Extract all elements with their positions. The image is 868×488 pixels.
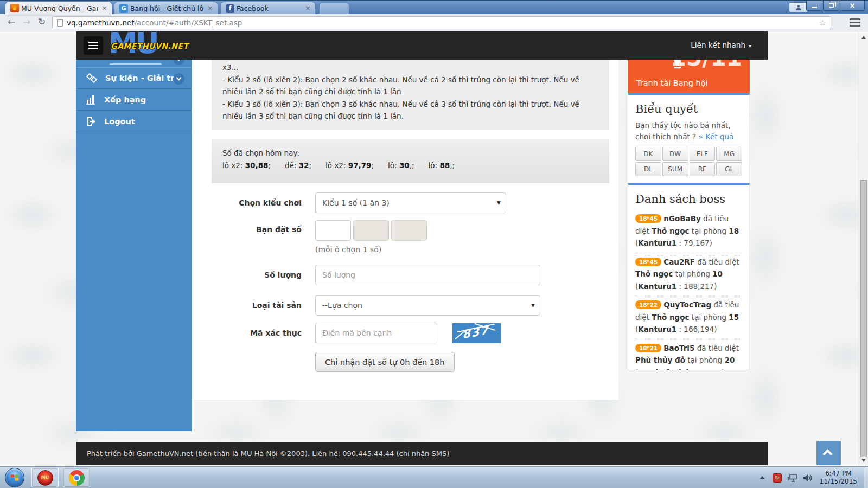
- mu-crown-favicon-icon: ♛: [10, 4, 19, 12]
- rules-line: - Kiểu 2 số (lô xiên 2): Bạn chọn 2 số k…: [222, 74, 598, 98]
- tray-updater-icon[interactable]: ↻: [773, 473, 782, 483]
- windows-flag-icon: [9, 472, 20, 483]
- chosen-title: Số đã chọn hôm nay:: [222, 149, 598, 157]
- submit-button[interactable]: Chỉ nhận đặt số tự 0h đến 18h: [315, 352, 455, 372]
- tab-title: Bang hội - Giết chủ lô 15 -: [130, 4, 204, 12]
- boss-list-item: 18ʰ45 Cau2RF đã tiêu diệt Thỏ ngọc tại p…: [635, 253, 742, 296]
- scrollbar-thumb[interactable]: [860, 180, 867, 457]
- show-desktop-button[interactable]: [864, 467, 868, 488]
- taskbar-chrome-button[interactable]: [63, 468, 90, 487]
- logout-icon: [86, 116, 97, 127]
- close-button[interactable]: ×: [840, 1, 865, 11]
- tab-bang-hoi[interactable]: G Bang hội - Giết chủ lô 15 - ×: [114, 2, 218, 15]
- forward-icon[interactable]: →: [20, 16, 34, 27]
- tab-close-icon[interactable]: ×: [304, 4, 312, 12]
- numbers-label: Bạn đặt số: [192, 220, 315, 234]
- boss-time-badge: 18ʰ22: [635, 300, 661, 309]
- chrome-menu-icon[interactable]: [850, 18, 860, 27]
- poll-widget: Biểu quyết Bạn thấy tộc nào bá nhất, chơ…: [628, 93, 750, 183]
- taskbar-mu-app-button[interactable]: MU: [31, 468, 59, 487]
- browser-titlebar: ♛ MU Vương Quyền - Game × G Bang hội - G…: [0, 0, 868, 14]
- poll-option-button[interactable]: SUM: [662, 162, 688, 176]
- poll-result-link[interactable]: » Kết quả: [699, 132, 734, 141]
- numbers-hint: (mỗi ô chọn 1 số): [315, 245, 429, 254]
- site-footer: Phát triển bởi GamethuVN.net (tiền thân …: [76, 442, 768, 465]
- mu-game-icon: MU: [37, 470, 53, 486]
- number-input-3-disabled: [391, 220, 427, 241]
- chevron-down-badge[interactable]: [173, 73, 184, 85]
- boss-list: 18ʰ45 nGoBaBy đã tiêu diệt Thỏ ngọc tại …: [635, 210, 742, 370]
- restore-button[interactable]: [823, 1, 839, 11]
- tab-close-icon[interactable]: ×: [100, 4, 108, 12]
- poll-option-button[interactable]: DW: [662, 147, 688, 161]
- poll-option-button[interactable]: DL: [635, 162, 661, 176]
- sidebar-item-logout[interactable]: Logout: [76, 111, 192, 132]
- chrome-icon: [69, 470, 85, 486]
- quick-links-dropdown[interactable]: Liên kết nhanh▾: [691, 41, 751, 49]
- sidebar-item-su-kien[interactable]: Sự kiện - Giải trí: [76, 67, 192, 89]
- chosen-entry: lô x2: 30,88;: [222, 161, 271, 170]
- hidden-icons-arrow-icon[interactable]: [760, 476, 765, 479]
- chosen-values: lô x2: 30,88;đề: 32;lô x2: 97,79;lô: 30,…: [222, 161, 598, 170]
- taskbar-clock[interactable]: 6:47 PM 11/15/2015: [820, 470, 857, 486]
- boss-widget: Danh sách boss 18ʰ45 nGoBaBy đã tiêu diệ…: [628, 183, 750, 370]
- address-bar[interactable]: vq.gamethuvn.net/account/#auth/XSKT_set.…: [52, 16, 831, 29]
- hamburger-icon: [88, 42, 98, 43]
- poll-option-button[interactable]: DK: [635, 147, 661, 161]
- reload-icon[interactable]: ↻: [35, 16, 49, 27]
- g-favicon-icon: G: [119, 4, 128, 13]
- chevron-up-icon: [822, 449, 832, 459]
- site-header: MU GAMETHUVN.NET Liên kết nhanh▾: [76, 31, 768, 60]
- network-icon[interactable]: [787, 473, 797, 483]
- chevron-down-icon: ▼: [531, 296, 535, 315]
- asset-type-select[interactable]: --Lựa chọn ▼: [315, 295, 540, 316]
- back-icon[interactable]: ←: [4, 16, 18, 27]
- taskbar: MU ↻ 6:47 PM 11/15/2015: [0, 466, 868, 488]
- tab-close-icon[interactable]: ×: [206, 4, 214, 12]
- tab-facebook[interactable]: f Facebook ×: [220, 2, 316, 15]
- diamond-link-icon: [86, 72, 98, 84]
- quantity-input[interactable]: [315, 265, 540, 285]
- scrollbar-down-arrow-icon[interactable]: [861, 459, 866, 462]
- captcha-image[interactable]: 837: [452, 323, 501, 343]
- play-type-label: Chọn kiểu chơi: [192, 198, 315, 207]
- chevron-down-icon: ▾: [749, 43, 751, 49]
- asset-type-label: Loại tài sản: [192, 301, 315, 310]
- tab-mu-vuong-quyen[interactable]: ♛ MU Vương Quyền - Game ×: [5, 2, 112, 15]
- boss-time-badge: 18ʰ45: [635, 214, 661, 223]
- speaker-icon[interactable]: [802, 473, 813, 483]
- tab-title: Facebook: [237, 4, 302, 12]
- sidebar-item-partial[interactable]: [76, 60, 192, 67]
- captcha-input[interactable]: [315, 323, 437, 343]
- play-type-select[interactable]: Kiểu 1 số (1 ăn 3) ▼: [315, 192, 506, 213]
- poll-options: DKDWELFMGDLSUMRFGL: [635, 147, 742, 176]
- start-button[interactable]: [5, 468, 24, 487]
- site-logo[interactable]: MU GAMETHUVN.NET: [108, 31, 217, 60]
- logo-domain-text: GAMETHUVN.NET: [111, 42, 189, 50]
- number-input-1[interactable]: [315, 220, 351, 241]
- sidebar-item-xep-hang[interactable]: Xếp hạng: [76, 89, 192, 111]
- sidebar: Sự kiện - Giải trí Xếp hạng Logout: [76, 60, 192, 431]
- poll-title: Biểu quyết: [635, 102, 742, 115]
- scroll-to-top-button[interactable]: [816, 441, 841, 465]
- poll-option-button[interactable]: MG: [716, 147, 742, 161]
- scrollbar-up-arrow-icon[interactable]: [861, 36, 866, 39]
- sidebar-toggle-button[interactable]: [84, 36, 103, 55]
- poll-option-button[interactable]: GL: [716, 162, 742, 176]
- screen: ♛ MU Vương Quyền - Game × G Bang hội - G…: [0, 0, 868, 488]
- bookmark-star-icon[interactable]: ☆: [819, 18, 826, 28]
- rules-line: - Kiểu 3 số (lô xiên 3): Bạn chọn 3 số k…: [222, 98, 598, 123]
- bet-form: Chọn kiểu chơi Kiểu 1 số (1 ăn 3) ▼ Bạn …: [192, 192, 618, 379]
- boss-list-item: 18ʰ21 BaoTri5 đã tiêu diệt Phù thủy đỏ t…: [635, 339, 742, 371]
- captcha-label: Mã xác thực: [192, 329, 315, 337]
- minimize-button[interactable]: [806, 1, 822, 11]
- footer-text: Phát triển bởi GamethuVN.net (tiền thân …: [87, 450, 449, 458]
- poll-option-button[interactable]: RF: [690, 162, 716, 176]
- tab-title: MU Vương Quyền - Game: [21, 4, 98, 12]
- new-tab-button[interactable]: [319, 3, 349, 15]
- poll-option-button[interactable]: ELF: [690, 147, 716, 161]
- chosen-numbers-box: Số đã chọn hôm nay: lô x2: 30,88;đề: 32;…: [212, 139, 609, 183]
- page-viewport: MU GAMETHUVN.NET Liên kết nhanh▾ Sự kiện…: [0, 31, 868, 466]
- main-content: x3... - Kiểu 2 số (lô xiên 2): Bạn chọn …: [192, 60, 618, 400]
- browser-scrollbar[interactable]: [859, 31, 868, 466]
